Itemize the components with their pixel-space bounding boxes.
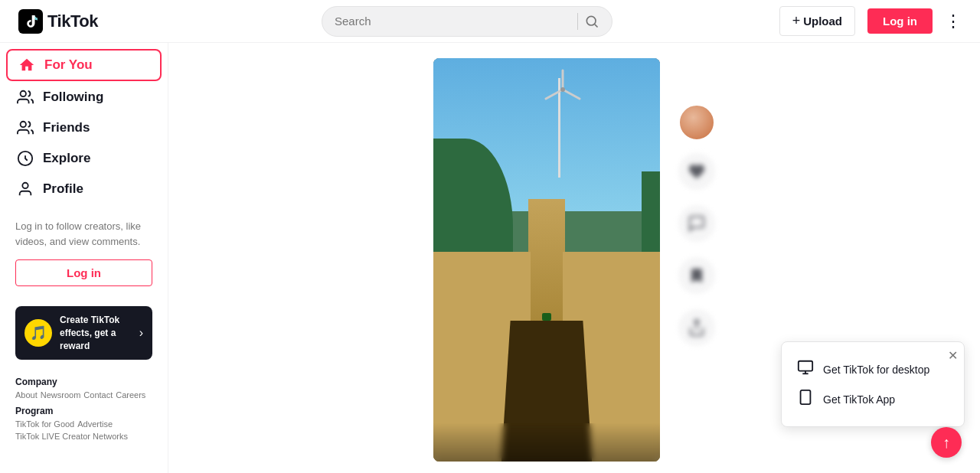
main-nav: For You Following <box>6 49 162 204</box>
search-area <box>187 6 747 37</box>
sidebar-login-button[interactable]: Log in <box>15 259 152 286</box>
header-right: + Upload Log in ⋮ <box>747 6 962 36</box>
get-desktop-item[interactable]: Get TikTok for desktop <box>797 354 949 384</box>
footer-link-about[interactable]: About <box>15 390 38 400</box>
comment-icon <box>678 205 715 242</box>
following-label: Following <box>43 90 103 105</box>
bookmark-button[interactable] <box>678 257 715 297</box>
nav-item-friends[interactable]: Friends <box>6 113 162 142</box>
company-links: About Newsroom Contact Careers <box>15 390 152 400</box>
like-icon <box>678 153 715 190</box>
home-icon <box>17 57 37 73</box>
upload-label: Upload <box>803 15 842 28</box>
share-button[interactable] <box>678 309 715 349</box>
footer-link-live-creator[interactable]: TikTok LIVE Creator Networks <box>15 432 128 441</box>
tiktok-logo-icon <box>18 9 43 34</box>
following-icon <box>15 89 35 106</box>
svg-point-10 <box>560 87 565 92</box>
svg-rect-15 <box>801 390 811 404</box>
effects-banner[interactable]: 🎵 Create TikTok effects, get a reward › <box>15 306 152 360</box>
program-links: TikTok for Good Advertise TikTok LIVE Cr… <box>15 419 152 441</box>
company-title: Company <box>15 377 152 387</box>
footer-link-advertise[interactable]: Advertise <box>77 419 113 429</box>
desktop-icon <box>797 359 814 380</box>
friends-label: Friends <box>43 120 90 135</box>
footer-link-tiktok-good[interactable]: TikTok for Good <box>15 419 74 429</box>
explore-label: Explore <box>43 151 90 166</box>
app-label: Get TikTok App <box>823 393 895 406</box>
bookmark-icon <box>678 257 715 294</box>
logo-area: TikTok <box>18 9 187 34</box>
svg-point-6 <box>22 183 28 188</box>
for-you-label: For You <box>44 57 93 73</box>
nav-item-profile[interactable]: Profile <box>6 175 162 204</box>
like-button[interactable] <box>678 153 715 193</box>
share-icon <box>678 309 715 346</box>
header: TikTok + Upload Log in ⋮ <box>0 0 980 43</box>
sidebar: For You Following <box>0 43 168 473</box>
plus-icon: + <box>792 13 801 29</box>
friends-icon <box>15 119 35 136</box>
search-button[interactable] <box>584 14 599 29</box>
svg-point-3 <box>21 91 26 96</box>
desktop-label: Get TikTok for desktop <box>823 364 929 376</box>
sidebar-login-section: Log in to follow creators, like videos, … <box>6 210 162 295</box>
search-bar <box>322 6 612 37</box>
feed-container <box>433 58 715 462</box>
footer-link-contact[interactable]: Contact <box>83 390 113 400</box>
wind-turbine-svg <box>540 67 586 113</box>
popup-close-button[interactable]: ✕ <box>948 348 958 363</box>
creator-avatar <box>678 104 715 141</box>
login-button[interactable]: Log in <box>867 8 933 34</box>
profile-icon <box>15 181 35 197</box>
svg-line-2 <box>595 24 598 27</box>
search-input[interactable] <box>335 15 571 28</box>
action-buttons <box>678 58 715 349</box>
logo-text: TikTok <box>47 11 98 31</box>
svg-line-8 <box>563 90 580 99</box>
svg-line-9 <box>546 90 563 99</box>
video-card[interactable] <box>433 58 660 462</box>
get-app-item[interactable]: Get TikTok App <box>797 384 949 414</box>
effects-arrow-icon: › <box>139 326 143 340</box>
search-icon <box>584 14 599 29</box>
sidebar-footer: Company About Newsroom Contact Careers P… <box>6 370 162 447</box>
footer-link-careers[interactable]: Careers <box>116 390 145 400</box>
more-options-button[interactable]: ⋮ <box>945 11 962 31</box>
video-thumbnail <box>433 58 660 462</box>
effects-text: Create TikTok effects, get a reward <box>60 314 132 352</box>
mobile-icon <box>797 389 814 409</box>
scroll-top-button[interactable]: ↑ <box>931 427 962 458</box>
comment-button[interactable] <box>678 205 715 245</box>
login-prompt-text: Log in to follow creators, like videos, … <box>15 219 152 249</box>
explore-icon <box>15 150 35 167</box>
nav-item-for-you[interactable]: For You <box>6 49 162 81</box>
footer-link-newsroom[interactable]: Newsroom <box>41 390 81 400</box>
svg-rect-12 <box>799 361 812 371</box>
svg-point-4 <box>21 122 26 127</box>
program-title: Program <box>15 406 152 416</box>
search-divider <box>577 13 578 30</box>
effects-icon: 🎵 <box>24 319 52 347</box>
desktop-app-popup: ✕ Get TikTok for desktop Get TikTok App <box>781 341 965 427</box>
creator-avatar-button[interactable] <box>678 104 715 141</box>
nav-item-explore[interactable]: Explore <box>6 144 162 173</box>
profile-label: Profile <box>43 181 83 197</box>
nav-item-following[interactable]: Following <box>6 83 162 112</box>
svg-point-1 <box>586 16 596 25</box>
upload-button[interactable]: + Upload <box>779 6 855 36</box>
